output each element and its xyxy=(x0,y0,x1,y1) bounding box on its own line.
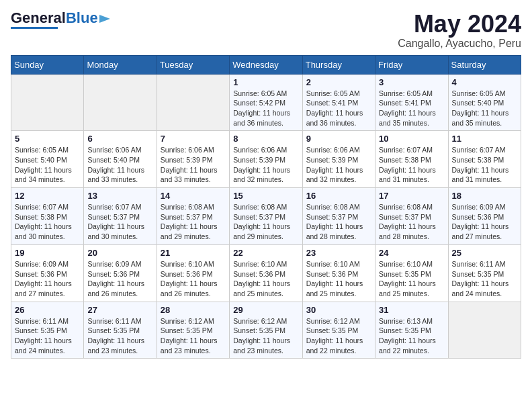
day-cell-12: 12Sunrise: 6:07 AM Sunset: 5:38 PM Dayli… xyxy=(11,188,84,245)
logo-arrow-icon xyxy=(99,13,113,24)
weekday-header-wednesday: Wednesday xyxy=(230,55,302,74)
weekday-header-sunday: Sunday xyxy=(11,55,84,74)
day-info-29: Sunrise: 6:12 AM Sunset: 5:35 PM Dayligh… xyxy=(233,316,298,356)
day-cell-24: 24Sunrise: 6:10 AM Sunset: 5:35 PM Dayli… xyxy=(375,244,448,302)
day-number-29: 29 xyxy=(233,305,298,315)
day-info-20: Sunrise: 6:09 AM Sunset: 5:36 PM Dayligh… xyxy=(87,259,152,299)
day-info-30: Sunrise: 6:12 AM Sunset: 5:35 PM Dayligh… xyxy=(306,316,371,356)
day-cell-8: 8Sunrise: 6:06 AM Sunset: 5:39 PM Daylig… xyxy=(230,131,302,188)
weekday-header-row: SundayMondayTuesdayWednesdayThursdayFrid… xyxy=(11,55,521,74)
day-info-3: Sunrise: 6:05 AM Sunset: 5:41 PM Dayligh… xyxy=(379,89,444,128)
day-cell-3: 3Sunrise: 6:05 AM Sunset: 5:41 PM Daylig… xyxy=(375,74,448,131)
day-number-25: 25 xyxy=(452,248,517,258)
day-info-5: Sunrise: 6:05 AM Sunset: 5:40 PM Dayligh… xyxy=(15,145,80,185)
day-cell-4: 4Sunrise: 6:05 AM Sunset: 5:40 PM Daylig… xyxy=(448,74,521,131)
day-info-6: Sunrise: 6:06 AM Sunset: 5:40 PM Dayligh… xyxy=(87,145,152,185)
day-number-20: 20 xyxy=(87,248,152,258)
logo-blue: Blue xyxy=(66,9,98,26)
day-number-11: 11 xyxy=(452,134,517,144)
day-number-12: 12 xyxy=(15,191,80,201)
day-info-15: Sunrise: 6:08 AM Sunset: 5:37 PM Dayligh… xyxy=(233,202,298,242)
day-number-3: 3 xyxy=(379,77,444,87)
day-info-24: Sunrise: 6:10 AM Sunset: 5:35 PM Dayligh… xyxy=(379,259,444,299)
day-info-13: Sunrise: 6:07 AM Sunset: 5:37 PM Dayligh… xyxy=(87,202,152,242)
day-info-27: Sunrise: 6:11 AM Sunset: 5:35 PM Dayligh… xyxy=(87,316,152,356)
day-cell-22: 22Sunrise: 6:10 AM Sunset: 5:36 PM Dayli… xyxy=(230,244,302,302)
day-number-19: 19 xyxy=(15,248,80,258)
weekday-header-tuesday: Tuesday xyxy=(157,55,229,74)
day-info-21: Sunrise: 6:10 AM Sunset: 5:36 PM Dayligh… xyxy=(161,259,226,299)
day-info-31: Sunrise: 6:13 AM Sunset: 5:35 PM Dayligh… xyxy=(379,316,444,356)
day-cell-1: 1Sunrise: 6:05 AM Sunset: 5:42 PM Daylig… xyxy=(230,74,302,131)
day-number-18: 18 xyxy=(452,191,517,201)
day-number-8: 8 xyxy=(233,134,298,144)
day-info-10: Sunrise: 6:07 AM Sunset: 5:38 PM Dayligh… xyxy=(379,145,444,185)
day-number-27: 27 xyxy=(87,305,152,315)
day-cell-19: 19Sunrise: 6:09 AM Sunset: 5:36 PM Dayli… xyxy=(11,244,84,302)
day-info-8: Sunrise: 6:06 AM Sunset: 5:39 PM Dayligh… xyxy=(233,145,298,185)
title-block: May 2024 Cangallo, Ayacucho, Peru xyxy=(398,11,521,50)
day-cell-9: 9Sunrise: 6:06 AM Sunset: 5:39 PM Daylig… xyxy=(302,131,375,188)
day-cell-21: 21Sunrise: 6:10 AM Sunset: 5:36 PM Dayli… xyxy=(157,244,229,302)
day-number-23: 23 xyxy=(306,248,371,258)
day-number-10: 10 xyxy=(379,134,444,144)
logo: GeneralBlue xyxy=(11,11,113,29)
day-cell-30: 30Sunrise: 6:12 AM Sunset: 5:35 PM Dayli… xyxy=(302,302,375,359)
day-info-28: Sunrise: 6:12 AM Sunset: 5:35 PM Dayligh… xyxy=(161,316,226,356)
day-info-2: Sunrise: 6:05 AM Sunset: 5:41 PM Dayligh… xyxy=(306,89,371,128)
day-number-9: 9 xyxy=(306,134,371,144)
day-cell-31: 31Sunrise: 6:13 AM Sunset: 5:35 PM Dayli… xyxy=(375,302,448,359)
day-info-7: Sunrise: 6:06 AM Sunset: 5:39 PM Dayligh… xyxy=(161,145,226,185)
day-cell-16: 16Sunrise: 6:08 AM Sunset: 5:37 PM Dayli… xyxy=(302,188,375,245)
day-cell-23: 23Sunrise: 6:10 AM Sunset: 5:36 PM Dayli… xyxy=(302,244,375,302)
day-info-26: Sunrise: 6:11 AM Sunset: 5:35 PM Dayligh… xyxy=(15,316,80,356)
day-info-4: Sunrise: 6:05 AM Sunset: 5:40 PM Dayligh… xyxy=(452,89,517,128)
day-number-15: 15 xyxy=(233,191,298,201)
day-cell-20: 20Sunrise: 6:09 AM Sunset: 5:36 PM Dayli… xyxy=(84,244,157,302)
day-info-1: Sunrise: 6:05 AM Sunset: 5:42 PM Dayligh… xyxy=(233,89,298,128)
weekday-header-saturday: Saturday xyxy=(448,55,521,74)
weekday-header-thursday: Thursday xyxy=(302,55,375,74)
day-cell-11: 11Sunrise: 6:07 AM Sunset: 5:38 PM Dayli… xyxy=(448,131,521,188)
weekday-header-monday: Monday xyxy=(84,55,157,74)
day-cell-25: 25Sunrise: 6:11 AM Sunset: 5:35 PM Dayli… xyxy=(448,244,521,302)
day-number-1: 1 xyxy=(233,77,298,87)
day-number-6: 6 xyxy=(87,134,152,144)
day-info-18: Sunrise: 6:09 AM Sunset: 5:36 PM Dayligh… xyxy=(452,202,517,242)
location: Cangallo, Ayacucho, Peru xyxy=(398,38,521,50)
day-number-7: 7 xyxy=(161,134,226,144)
day-cell-7: 7Sunrise: 6:06 AM Sunset: 5:39 PM Daylig… xyxy=(157,131,229,188)
day-info-9: Sunrise: 6:06 AM Sunset: 5:39 PM Dayligh… xyxy=(306,145,371,185)
day-number-17: 17 xyxy=(379,191,444,201)
day-cell-18: 18Sunrise: 6:09 AM Sunset: 5:36 PM Dayli… xyxy=(448,188,521,245)
day-number-21: 21 xyxy=(161,248,226,258)
day-number-16: 16 xyxy=(306,191,371,201)
week-row-3: 12Sunrise: 6:07 AM Sunset: 5:38 PM Dayli… xyxy=(11,188,521,245)
day-cell-2: 2Sunrise: 6:05 AM Sunset: 5:41 PM Daylig… xyxy=(302,74,375,131)
logo-general: General xyxy=(11,9,66,26)
day-cell-6: 6Sunrise: 6:06 AM Sunset: 5:40 PM Daylig… xyxy=(84,131,157,188)
empty-cell xyxy=(84,74,157,131)
day-info-23: Sunrise: 6:10 AM Sunset: 5:36 PM Dayligh… xyxy=(306,259,371,299)
day-info-19: Sunrise: 6:09 AM Sunset: 5:36 PM Dayligh… xyxy=(15,259,80,299)
weekday-header-friday: Friday xyxy=(375,55,448,74)
day-info-16: Sunrise: 6:08 AM Sunset: 5:37 PM Dayligh… xyxy=(306,202,371,242)
day-cell-15: 15Sunrise: 6:08 AM Sunset: 5:37 PM Dayli… xyxy=(230,188,302,245)
empty-cell xyxy=(448,302,521,359)
day-info-22: Sunrise: 6:10 AM Sunset: 5:36 PM Dayligh… xyxy=(233,259,298,299)
month-title: May 2024 xyxy=(398,11,521,38)
day-info-17: Sunrise: 6:08 AM Sunset: 5:37 PM Dayligh… xyxy=(379,202,444,242)
day-number-26: 26 xyxy=(15,305,80,315)
day-number-2: 2 xyxy=(306,77,371,87)
day-number-14: 14 xyxy=(161,191,226,201)
week-row-4: 19Sunrise: 6:09 AM Sunset: 5:36 PM Dayli… xyxy=(11,244,521,302)
day-number-28: 28 xyxy=(161,305,226,315)
day-number-22: 22 xyxy=(233,248,298,258)
day-info-25: Sunrise: 6:11 AM Sunset: 5:35 PM Dayligh… xyxy=(452,259,517,299)
svg-marker-0 xyxy=(99,15,110,23)
logo-text: GeneralBlue xyxy=(11,11,98,26)
day-cell-27: 27Sunrise: 6:11 AM Sunset: 5:35 PM Dayli… xyxy=(84,302,157,359)
day-number-24: 24 xyxy=(379,248,444,258)
calendar-table: SundayMondayTuesdayWednesdayThursdayFrid… xyxy=(11,55,521,359)
day-cell-26: 26Sunrise: 6:11 AM Sunset: 5:35 PM Dayli… xyxy=(11,302,84,359)
